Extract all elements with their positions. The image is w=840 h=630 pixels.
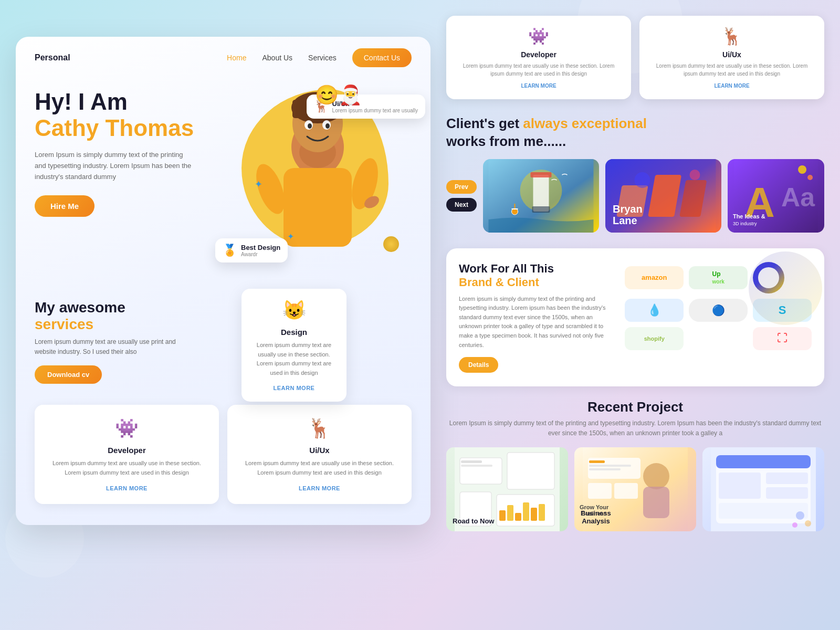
svg-point-44 — [643, 463, 669, 489]
svg-rect-51 — [589, 468, 621, 470]
nav-about[interactable]: About Us — [262, 54, 292, 62]
svg-rect-42 — [539, 504, 545, 521]
hero-description: Lorem Ipsum is simply dummy text of the … — [35, 150, 192, 182]
developer-title: Developer — [45, 446, 208, 455]
download-cv-button[interactable]: Download cv — [35, 365, 102, 384]
prev-button[interactable]: Prev — [446, 180, 477, 194]
svg-rect-35 — [461, 460, 482, 463]
services-subtitle: services — [35, 316, 412, 333]
svg-point-28 — [798, 165, 806, 174]
top-developer-card: 👾 Developer Lorem ipsum dummy text are u… — [446, 16, 631, 99]
svg-rect-58 — [719, 503, 808, 519]
top-right-service-cards: 👾 Developer Lorem ipsum dummy text are u… — [446, 16, 824, 99]
badge-best-design: 🏅 Best Design Awardr — [215, 238, 288, 262]
uiux-desc: Lorem ipsum dummy text are usually — [332, 108, 418, 113]
portfolio-nav: Prev Next — [446, 180, 477, 212]
main-card: Personal Home About Us Services Contact … — [16, 37, 430, 525]
top-uiux-title: Ui/Ux — [650, 50, 814, 59]
svg-rect-45 — [643, 487, 669, 518]
svg-rect-38 — [507, 505, 513, 521]
svg-rect-57 — [766, 487, 808, 499]
hire-button[interactable]: Hire Me — [35, 195, 94, 217]
svg-rect-37 — [499, 510, 506, 521]
services-title: My awesome — [35, 299, 412, 316]
logo-upwork: Upwork — [689, 266, 748, 289]
project-cards: Road to Now — [446, 447, 824, 531]
services-section: My awesome services Lorem ipsum dummy te… — [16, 289, 430, 396]
navbar: Personal Home About Us Services Contact … — [16, 37, 430, 79]
contact-button[interactable]: Contact Us — [352, 48, 412, 67]
star-blue-icon-1: ✦ — [255, 178, 262, 190]
svg-rect-16 — [531, 172, 552, 177]
services-description: Lorem ipsum dummy text are usually use p… — [35, 337, 182, 357]
svg-point-29 — [807, 175, 813, 180]
brand-title: Work For All This — [459, 262, 614, 276]
award-sub: Awardr — [241, 251, 280, 257]
svg-point-59 — [796, 511, 804, 520]
svg-rect-17 — [532, 206, 550, 213]
portfolio-label-2: BryanLane — [613, 203, 643, 226]
top-uiux-card: 🦌 Ui/Ux Lorem ipsum dummy text are usual… — [639, 16, 824, 99]
svg-rect-47 — [588, 483, 612, 499]
project-card-3[interactable] — [702, 447, 824, 531]
next-button[interactable]: Next — [446, 198, 477, 212]
design-float-icon: 😺 — [250, 299, 338, 321]
empty-slot — [689, 327, 712, 350]
top-uiux-icon: 🦌 — [650, 26, 814, 46]
recent-title: Recent Project — [446, 399, 824, 415]
design-learn-more[interactable]: LEARN MORE — [250, 385, 338, 391]
brand-left: Work For All This Brand & Client Lorem i… — [459, 262, 614, 373]
top-developer-learn[interactable]: LEARN MORE — [457, 83, 621, 89]
nav-services[interactable]: Services — [308, 54, 337, 62]
top-uiux-desc: Lorem ipsum dummy text are usually use i… — [650, 62, 814, 78]
project-card-1[interactable]: Road to Now — [446, 447, 568, 531]
top-developer-desc: Lorem ipsum dummy text are usually use i… — [457, 62, 621, 78]
service-card-developer: 👾 Developer Lorem ipsum dummy text are u… — [35, 405, 219, 503]
award-title: Best Design — [241, 244, 280, 251]
svg-rect-50 — [589, 465, 631, 467]
uiux-learn-more[interactable]: LEARN MORE — [238, 485, 401, 491]
project-label-1: Road to Now — [453, 517, 494, 525]
developer-learn-more[interactable]: LEARN MORE — [45, 485, 208, 491]
nav-home[interactable]: Home — [227, 54, 246, 62]
design-float-card: 😺 Design Lorem ipsum dummy text are usua… — [242, 289, 346, 402]
emoji-santa: 😊🎅 — [315, 84, 362, 106]
svg-rect-40 — [523, 502, 529, 521]
service-cards: 👾 Developer Lorem ipsum dummy text are u… — [16, 405, 430, 503]
logo-amazon: amazon — [625, 266, 684, 289]
svg-rect-41 — [531, 508, 537, 521]
svg-point-23 — [634, 172, 650, 188]
award-icon: 🏅 — [223, 244, 237, 257]
clients-title-orange: always exceptional — [523, 116, 647, 131]
brand-description: Lorem ipsum is simply dummy text of the … — [459, 295, 614, 350]
logo-airbnb: ⛶ — [753, 327, 812, 350]
portfolio-card-3[interactable]: A Aa The Ideas & 3D industry — [728, 159, 824, 233]
portfolio-card-1[interactable] — [483, 159, 599, 233]
portfolio-card-2[interactable]: BryanLane — [605, 159, 721, 233]
design-float-title: Design — [250, 328, 338, 337]
clients-title: Client's get always exceptionalworks fro… — [446, 115, 824, 151]
project-sublabel-2: Grow YourBusiness — [580, 504, 608, 517]
svg-point-10 — [308, 123, 312, 129]
top-developer-icon: 👾 — [457, 26, 621, 46]
logo-shopify: shopify — [625, 327, 684, 350]
svg-text:Aa: Aa — [781, 183, 815, 212]
recent-description: Lorem Ipsum is simply dummy text of the … — [446, 418, 824, 438]
project-card-2[interactable]: BusinessAnalysis Grow YourBusiness — [574, 447, 696, 531]
svg-rect-54 — [716, 455, 811, 468]
top-developer-title: Developer — [457, 50, 621, 59]
hero-section: Hy! I Am Cathy Thomas Lorem Ipsum is sim… — [16, 79, 430, 289]
svg-point-24 — [689, 170, 700, 180]
svg-point-60 — [805, 520, 811, 527]
star-blue-icon-2: ✦ — [287, 232, 294, 242]
developer-desc: Lorem ipsum dummy text are usually use i… — [45, 459, 208, 477]
details-button[interactable]: Details — [459, 357, 498, 373]
top-uiux-learn[interactable]: LEARN MORE — [650, 83, 814, 89]
portfolio-label-3: The Ideas & 3D industry — [733, 213, 765, 227]
design-float-desc: Lorem ipsum dummy text are usually use i… — [250, 341, 338, 377]
service-card-uiux: 🦌 Ui/Ux Lorem ipsum dummy text are usual… — [227, 405, 412, 503]
svg-point-61 — [792, 522, 797, 528]
clients-section: Client's get always exceptionalworks fro… — [446, 115, 824, 233]
svg-rect-15 — [533, 175, 549, 212]
logo-toggle: 🔵 — [689, 299, 748, 322]
